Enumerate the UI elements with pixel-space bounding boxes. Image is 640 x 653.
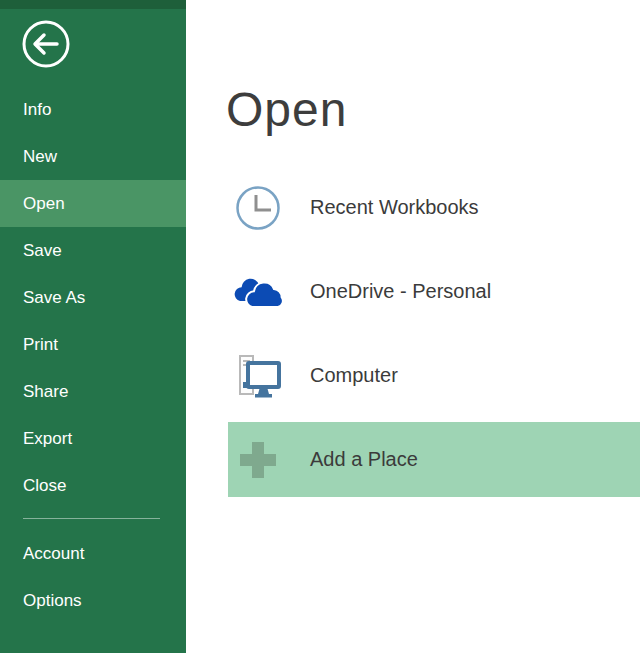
place-computer[interactable]: Computer xyxy=(228,338,640,413)
sidebar-item-label: Share xyxy=(23,382,68,402)
place-onedrive-personal[interactable]: OneDrive - Personal xyxy=(228,254,640,329)
sidebar-nav: Info New Open Save Save As Print Share E… xyxy=(0,86,186,624)
onedrive-cloud-icon xyxy=(228,270,288,314)
sidebar-footer: Account Options xyxy=(0,530,186,624)
back-arrow-icon xyxy=(21,55,71,72)
sidebar-item-new[interactable]: New xyxy=(0,133,186,180)
place-label: Add a Place xyxy=(310,448,418,471)
sidebar-item-save[interactable]: Save xyxy=(0,227,186,274)
sidebar-item-info[interactable]: Info xyxy=(0,86,186,133)
place-label: OneDrive - Personal xyxy=(310,280,491,303)
back-button[interactable] xyxy=(21,19,71,69)
plus-icon xyxy=(228,439,288,481)
sidebar-item-account[interactable]: Account xyxy=(0,530,186,577)
sidebar-item-label: New xyxy=(23,147,57,167)
backstage-main: Open Recent Workbooks OneDrive - Persona… xyxy=(186,0,640,653)
sidebar-item-label: Print xyxy=(23,335,58,355)
sidebar-item-print[interactable]: Print xyxy=(0,321,186,368)
open-places-list: Recent Workbooks OneDrive - Personal xyxy=(228,170,640,506)
place-recent-workbooks[interactable]: Recent Workbooks xyxy=(228,170,640,245)
clock-icon xyxy=(228,185,288,231)
sidebar-item-label: Close xyxy=(23,476,66,496)
sidebar-item-label: Account xyxy=(23,544,84,564)
backstage-sidebar: Info New Open Save Save As Print Share E… xyxy=(0,0,186,653)
sidebar-item-open[interactable]: Open xyxy=(0,180,186,227)
sidebar-item-label: Open xyxy=(23,194,65,214)
computer-icon xyxy=(228,351,288,401)
page-title: Open xyxy=(226,82,347,137)
place-label: Recent Workbooks xyxy=(310,196,479,219)
sidebar-item-label: Export xyxy=(23,429,72,449)
sidebar-item-label: Options xyxy=(23,591,82,611)
sidebar-divider xyxy=(23,518,160,519)
sidebar-top-strip xyxy=(0,0,186,9)
sidebar-item-label: Info xyxy=(23,100,51,120)
sidebar-item-share[interactable]: Share xyxy=(0,368,186,415)
sidebar-item-label: Save xyxy=(23,241,62,261)
sidebar-item-label: Save As xyxy=(23,288,85,308)
place-add-a-place[interactable]: Add a Place xyxy=(228,422,640,497)
place-label: Computer xyxy=(310,364,398,387)
sidebar-item-options[interactable]: Options xyxy=(0,577,186,624)
sidebar-item-close[interactable]: Close xyxy=(0,462,186,509)
sidebar-item-save-as[interactable]: Save As xyxy=(0,274,186,321)
sidebar-item-export[interactable]: Export xyxy=(0,415,186,462)
